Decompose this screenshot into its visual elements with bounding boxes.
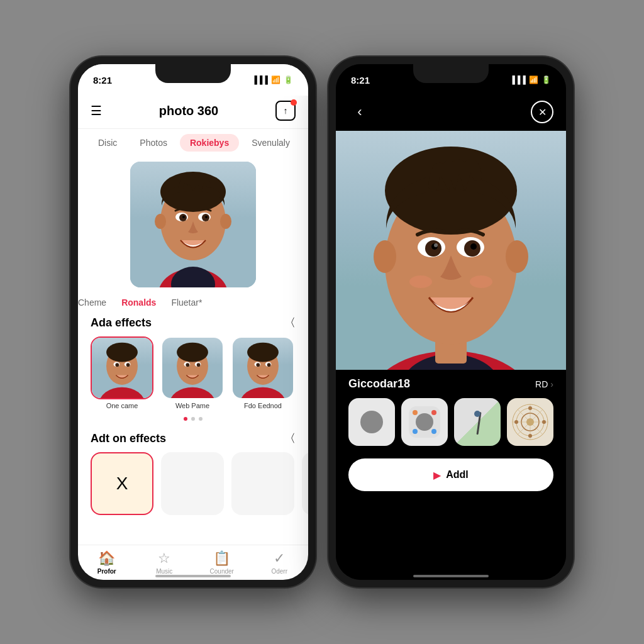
svg-point-16 [106,343,138,362]
app-header: ☰ photo 360 ↑ [78,96,308,129]
adt-effect-3[interactable] [231,452,294,515]
svg-point-36 [267,363,271,367]
check-icon: ✓ [274,550,285,567]
close-x-icon: ✕ [538,106,547,118]
adt-effect-2[interactable] [161,452,224,515]
tab-svenulaly[interactable]: Svenulaly [242,134,300,152]
adt-thumb-4[interactable] [302,452,308,515]
ada-effects-share-icon[interactable]: 〈 [284,315,296,330]
effect-thumb-3[interactable] [231,336,294,399]
battery-icon: 🔋 [284,75,293,84]
right-phone: 8:21 ▐▐▐ 📶 🔋 ‹ ✕ [328,57,574,587]
mandala-icon [511,403,549,441]
tabs-row: Disic Photos Rokiebys Svenulaly [78,129,308,157]
name-cheme[interactable]: Cheme [78,297,106,308]
adt-thumb-2[interactable] [161,452,224,515]
ada-effects-header: Ada effects 〈 [78,308,308,334]
svg-point-53 [470,275,492,288]
profile-photo[interactable] [130,162,256,287]
nav-oderr[interactable]: ✓ Oderr [251,550,309,575]
share-icon: ↑ [283,106,287,116]
music-icon: ☆ [158,550,170,567]
rd-label: RD [535,379,548,389]
svg-point-50 [374,240,396,273]
right-phone-screen: 8:21 ▐▐▐ 📶 🔋 ‹ ✕ [336,64,566,580]
tab-disic[interactable]: Disic [88,134,127,152]
nav-profor[interactable]: 🏠 Profor [78,550,136,575]
svg-point-27 [186,363,189,367]
left-phone: 8:21 ▐▐▐ 📶 🔋 ☰ photo 360 ↑ [70,57,316,587]
effect-thumb-1[interactable] [91,336,153,399]
svg-point-52 [409,275,432,288]
share-button[interactable]: ↑ [275,101,296,121]
svg-point-48 [470,243,477,250]
wifi-icon: 📶 [271,75,280,84]
tab-rokiebys[interactable]: Rokiebys [180,134,239,152]
svg-point-19 [115,363,119,367]
status-time-right: 8:21 [351,75,370,86]
chevron-right-icon: › [550,379,553,389]
adt-effects-share-icon[interactable]: 〈 [284,431,296,446]
adt-effect-4[interactable] [302,452,308,515]
back-chevron-icon: ‹ [357,104,362,120]
nav-music[interactable]: ☆ Music [136,550,194,575]
main-photo [336,131,566,370]
dark-bottom-section: Giccodar18 RD › [336,370,566,580]
notification-badge [291,99,297,106]
notch-left [155,64,231,83]
home-indicator-left [155,575,231,577]
ada-effects-title: Ada effects [91,316,152,330]
signal-icon-right: ▐▐▐ [509,75,526,84]
filter-option-1[interactable] [348,398,395,446]
status-icons-left: ▐▐▐ 📶 🔋 [252,75,293,84]
filter-option-2[interactable] [401,398,448,446]
name-fluetar[interactable]: Fluetar* [171,297,202,308]
svg-point-49 [434,243,438,247]
nav-label-oderr: Oderr [271,568,287,575]
effect-thumb-2[interactable] [161,336,224,399]
dot-1 [184,417,187,421]
svg-point-11 [155,214,166,229]
effect-web-pame[interactable]: Web Pame [161,336,224,409]
adt-thumb-1[interactable]: X [91,452,153,515]
effect-fdo-eednod[interactable]: Fdo Eednod [231,336,294,409]
home-indicator-right [413,575,489,577]
svg-point-24 [177,343,208,362]
svg-point-51 [506,240,528,273]
filter-option-4[interactable] [507,398,553,446]
rd-badge[interactable]: RD › [535,379,553,389]
adt-effect-1[interactable]: X [91,452,153,515]
filter-dial [465,409,490,435]
svg-point-28 [197,363,201,367]
adt-effects-title: Adt on effects [91,432,166,445]
adt-thumb-3[interactable] [231,452,294,515]
dark-top-bar: ‹ ✕ [336,96,566,131]
creator-name: Giccodar18 [348,377,410,391]
tab-photos[interactable]: Photos [130,134,177,152]
effect-one-came[interactable]: One came [91,336,153,409]
hamburger-icon[interactable]: ☰ [91,103,102,118]
filter-inner-circle [416,413,433,431]
close-button[interactable]: ✕ [531,101,553,123]
back-button[interactable]: ‹ [348,101,371,123]
name-ronalds[interactable]: Ronalds [121,297,156,308]
filter-option-3[interactable] [454,398,501,446]
svg-point-62 [528,406,532,410]
svg-point-32 [247,343,279,362]
profile-section [78,157,308,292]
svg-point-64 [514,420,518,424]
counter-icon: 📋 [213,550,230,567]
effect-label-2: Web Pame [175,402,209,409]
svg-point-20 [126,363,130,367]
nav-counder[interactable]: 📋 Counder [193,550,251,575]
status-time-left: 8:21 [93,75,112,86]
home-icon: 🏠 [98,550,115,567]
add-button[interactable]: ▶ Addl [348,458,553,491]
signal-icon: ▐▐▐ [252,75,268,84]
nav-label-profor: Profor [97,568,116,575]
names-row: Cheme Ronalds Fluetar* [78,297,308,308]
notch-right [413,64,489,83]
effect-label-1: One came [106,402,138,409]
effect-label-3: Fdo Eednod [244,402,282,409]
app-title: photo 360 [159,104,218,118]
